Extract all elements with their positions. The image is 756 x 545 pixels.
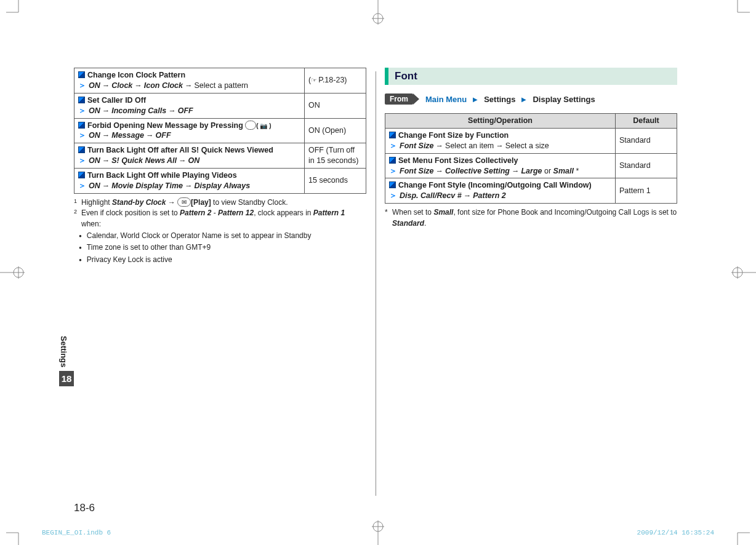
chevron-right-icon: ＞ [78, 156, 86, 165]
left-settings-table: Change Icon Clock Pattern ＞ON→Clock→Icon… [74, 68, 366, 194]
chevron-right-icon: ＞ [389, 141, 397, 150]
default-value: 15 seconds [305, 169, 366, 194]
mail-key-icon: ✉ [177, 197, 191, 207]
bullet-item: Calendar, World Clock or Operator Name i… [87, 231, 312, 241]
default-value: ON (Open) [305, 118, 366, 143]
square-marker-icon [389, 157, 396, 164]
square-marker-icon [78, 146, 85, 153]
table-row: Change Font Size by Function ＞Font Size→… [385, 128, 677, 153]
right-footnote: * When set to Small, font size for Phone… [385, 207, 677, 229]
table-row: Turn Back Light Off while Playing Videos… [74, 169, 366, 194]
section-heading: Font [385, 68, 677, 85]
page-number: 18-6 [74, 502, 95, 514]
right-settings-table: Setting/Operation Default Change Font Si… [385, 113, 677, 204]
default-value: ON [305, 93, 366, 118]
table-row: Forbid Opening New Message by Pressing (… [74, 118, 366, 143]
square-marker-icon [389, 132, 396, 138]
table-row: Turn Back Light Off after All S! Quick N… [74, 143, 366, 169]
table-row: Set Menu Font Sizes Collectively ＞Font S… [385, 153, 677, 178]
hand-pointing-icon: ☞ [311, 76, 317, 84]
chevron-right-icon: ＞ [389, 191, 397, 200]
row-title: Turn Back Light Off while Playing Videos [87, 171, 237, 180]
col-header-setting: Setting/Operation [385, 114, 616, 129]
default-value: Pattern 1 [616, 178, 677, 204]
row-title: Turn Back Light Off after All S! Quick N… [87, 146, 273, 154]
col-header-default: Default [616, 114, 677, 129]
default-value: Standard [616, 153, 677, 178]
side-tab-number: 18 [59, 371, 74, 386]
right-column: Font From Main Menu ▶ Settings ▶ Display… [385, 68, 677, 498]
bullet-item: Privacy Key Lock is active [87, 255, 172, 265]
square-marker-icon [78, 71, 85, 78]
table-row: Change Font Style (Incoming/Outgoing Cal… [385, 178, 677, 204]
left-column: Change Icon Clock Pattern ＞ON→Clock→Icon… [74, 68, 366, 498]
side-tab: Settings 18 [59, 332, 74, 386]
default-value: P.18-23) [318, 76, 347, 84]
chevron-right-icon: ＞ [78, 181, 86, 190]
page-content: Change Icon Clock Pattern ＞ON→Clock→Icon… [74, 68, 677, 498]
bullet-list: Calendar, World Clock or Operator Name i… [74, 231, 366, 265]
from-badge: From [385, 93, 413, 105]
default-value: Standard [616, 128, 677, 153]
triangle-right-icon: ▶ [473, 96, 478, 103]
chevron-right-icon: ＞ [78, 131, 86, 140]
table-row: Change Icon Clock Pattern ＞ON→Clock→Icon… [74, 68, 366, 93]
chevron-right-icon: ＞ [389, 167, 397, 175]
footer-file: BEGIN_E_OI.indb 6 [42, 529, 111, 536]
chevron-right-icon: ＞ [78, 81, 86, 90]
default-value: OFF (Turn off in 15 seconds) [305, 143, 366, 169]
row-title: Forbid Opening New Message by Pressing [87, 121, 245, 130]
triangle-right-icon: ▶ [521, 96, 526, 103]
side-tab-label: Settings [59, 332, 68, 371]
square-marker-icon [78, 97, 85, 103]
table-row: Set Caller ID Off ＞ON→Incoming Calls→OFF… [74, 93, 366, 118]
row-title: Change Icon Clock Pattern [87, 71, 185, 79]
row-title: Set Caller ID Off [87, 96, 146, 105]
square-marker-icon [78, 122, 85, 129]
bullet-item: Time zone is set to other than GMT+9 [87, 242, 211, 253]
chevron-right-icon: ＞ [78, 106, 86, 115]
square-marker-icon [78, 172, 85, 178]
square-marker-icon [389, 181, 396, 188]
footnotes: 1 Highlight Stand-by Clock → ✉[Play] to … [74, 197, 366, 229]
from-path: From Main Menu ▶ Settings ▶ Display Sett… [385, 93, 677, 105]
footer-timestamp: 2009/12/14 16:35:24 [637, 529, 714, 536]
camera-key-icon: ( 📷 ) [256, 122, 271, 129]
center-key-icon [245, 121, 256, 130]
